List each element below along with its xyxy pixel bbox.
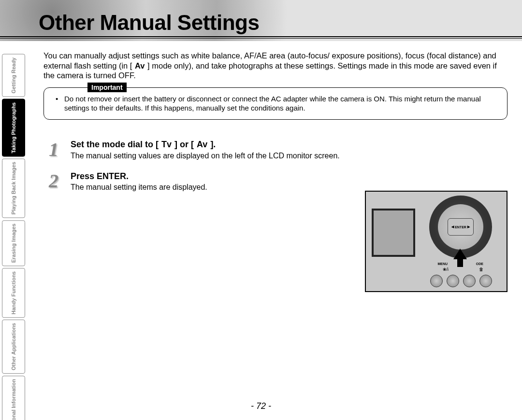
camera-mode-label: ODE [476, 262, 483, 266]
triangle-left-icon: ◀ [451, 225, 454, 229]
step-1-number: 1 [44, 139, 64, 159]
page-number: - 72 - [0, 401, 522, 411]
intro-paragraph: You can manually adjust settings such as… [44, 51, 508, 81]
camera-menu-label: MENU [437, 262, 448, 266]
important-label: Important [87, 83, 127, 92]
camera-small-button-3-icon [463, 275, 476, 287]
camera-small-button-2-icon [447, 275, 459, 287]
title-rule-thin [0, 38, 522, 39]
mode-tv: Tv [161, 139, 172, 150]
camera-enter-button-icon: ◀ ENTER ▶ [448, 218, 474, 236]
mode-av: Av [196, 139, 208, 150]
arrow-stem-icon [457, 258, 463, 267]
steps-list: 1 Set the mode dial to [ Tv ] or [ Av ].… [44, 139, 508, 192]
camera-small-button-1-icon [430, 275, 443, 287]
trash-icon: 🗑 [479, 267, 483, 272]
tab-handy-functions[interactable]: Handy Functions [2, 268, 25, 318]
step-1-title: Set the mode dial to [ Tv ] or [ Av ]. [71, 139, 508, 150]
triangle-right-icon: ▶ [467, 225, 470, 229]
tab-other-applications[interactable]: Other Applications [2, 320, 25, 374]
step-2-title: Press ENTER. [71, 171, 508, 182]
step-2-number: 2 [44, 171, 64, 191]
step-1-desc: The manual setting values are displayed … [71, 152, 508, 160]
title-rule [0, 36, 522, 37]
tab-taking-photographs[interactable]: Taking Photographs [2, 99, 25, 157]
tab-additional-information[interactable]: Additional Information [2, 376, 25, 420]
important-box: Important Do not remove or insert the ba… [44, 87, 508, 120]
enter-label: ENTER [455, 225, 466, 229]
step-1: 1 Set the mode dial to [ Tv ] or [ Av ].… [44, 139, 508, 160]
mode-av-inline: Av [134, 61, 145, 71]
important-text: Do not remove or insert the battery or d… [58, 95, 498, 113]
sidebar-tabs: Getting Ready Taking Photographs Playing… [2, 54, 25, 420]
flower-info-icon: ❀/i [443, 267, 449, 272]
main-content: You can manually adjust settings such as… [44, 51, 508, 202]
camera-illustration: ◀ ENTER ▶ MENU ODE ❀/i 🗑 [365, 191, 508, 292]
step-2: 2 Press ENTER. The manual setting items … [44, 171, 508, 192]
camera-small-button-4-icon [479, 275, 492, 287]
camera-button-row [430, 275, 492, 287]
tab-erasing-images[interactable]: Erasing Images [2, 220, 25, 266]
tab-getting-ready[interactable]: Getting Ready [2, 54, 25, 97]
arrow-up-icon [453, 249, 467, 259]
tab-playing-back-images[interactable]: Playing Back Images [2, 158, 25, 218]
camera-dial-inner-icon: ◀ ENTER ▶ [438, 204, 483, 250]
camera-lcd-icon [372, 209, 415, 257]
page-title: Other Manual Settings [39, 11, 259, 35]
